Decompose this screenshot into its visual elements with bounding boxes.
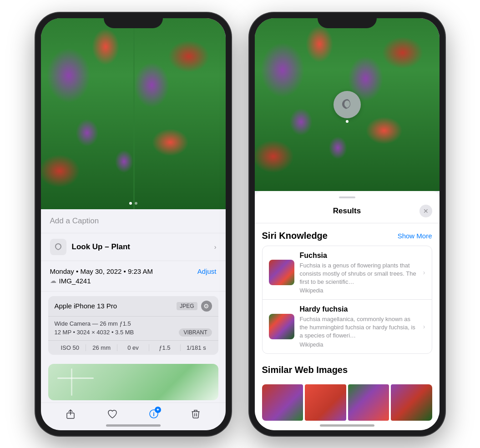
- hardy-content: Hardy fuchsia Fuchsia magellanica, commo…: [300, 305, 418, 348]
- exposure-row: ISO 50 26 mm 0 ev ƒ1.5 1/181 s: [48, 341, 218, 355]
- map-preview[interactable]: [48, 364, 218, 400]
- caption-area[interactable]: Add a Caption: [41, 209, 226, 233]
- share-icon: [65, 408, 76, 419]
- fuchsia-source: Wikipedia: [300, 287, 418, 294]
- hardy-name: Hardy fuchsia: [300, 305, 418, 313]
- close-button[interactable]: ✕: [419, 205, 432, 217]
- dot-1: [129, 202, 132, 205]
- lookup-prefix: Look Up –: [72, 242, 109, 251]
- info-badge: ✦: [155, 407, 161, 413]
- adjust-button[interactable]: Adjust: [197, 267, 217, 275]
- meta-section: Monday • May 30, 2022 • 9:23 AM Adjust ☁…: [41, 261, 226, 292]
- right-home-indicator: [320, 424, 374, 427]
- camera-specs: Wide Camera — 26 mm ƒ1.5 12 MP • 3024 × …: [48, 317, 218, 341]
- results-sheet: Results ✕ Siri Knowledge Show More Fuchs…: [255, 191, 440, 430]
- similar-web-title: Similar Web Images: [262, 365, 348, 375]
- right-screen: Results ✕ Siri Knowledge Show More Fuchs…: [255, 18, 440, 430]
- sheet-handle[interactable]: [339, 196, 355, 198]
- results-title: Results: [275, 206, 419, 216]
- left-screen: Add a Caption Look Up – Plant › Monday •…: [41, 18, 226, 430]
- meta-date-row: Monday • May 30, 2022 • 9:23 AM Adjust: [50, 267, 217, 275]
- flower-stem: [133, 18, 135, 209]
- device-section: Apple iPhone 13 Pro JPEG ⚙ Wide Camera —…: [48, 296, 218, 355]
- siri-dot: [346, 120, 349, 123]
- heart-button[interactable]: [107, 408, 118, 419]
- web-img-1[interactable]: [262, 384, 303, 421]
- map-road-v: [71, 368, 72, 396]
- hardy-chevron-icon: ›: [423, 323, 425, 330]
- settings-icon[interactable]: ⚙: [201, 301, 212, 312]
- siri-visual-search-button[interactable]: [333, 91, 361, 118]
- hardy-thumb: [269, 314, 294, 339]
- left-phone: Add a Caption Look Up – Plant › Monday •…: [35, 13, 231, 436]
- heart-icon: [107, 408, 118, 419]
- similar-web-header: Similar Web Images: [262, 357, 432, 380]
- aperture-value: ƒ1.5: [149, 344, 181, 351]
- camera-type: Wide Camera — 26 mm ƒ1.5: [55, 320, 212, 327]
- share-button[interactable]: [65, 408, 76, 419]
- siri-knowledge-header: Siri Knowledge Show More: [255, 223, 440, 246]
- photo-area[interactable]: [41, 18, 226, 209]
- lookup-row[interactable]: Look Up – Plant ›: [41, 233, 226, 261]
- device-row: Apple iPhone 13 Pro JPEG ⚙: [48, 296, 218, 317]
- lookup-label: Look Up – Plant: [72, 242, 130, 252]
- right-photo-area: [255, 18, 440, 191]
- map-road-h: [57, 378, 94, 379]
- meta-filename: IMG_4241: [59, 277, 91, 285]
- web-images-grid: [262, 384, 432, 421]
- right-phone: Results ✕ Siri Knowledge Show More Fuchs…: [249, 13, 445, 436]
- web-img-4[interactable]: [391, 384, 432, 421]
- siri-knowledge-title: Siri Knowledge: [262, 231, 328, 241]
- ev-value: 0 ev: [117, 344, 149, 351]
- leaf-icon: [54, 242, 63, 252]
- lookup-subject: Plant: [109, 242, 130, 251]
- specs-text: 12 MP • 3024 × 4032 • 3.5 MB: [55, 329, 134, 336]
- hardy-source: Wikipedia: [300, 342, 418, 348]
- device-badges: JPEG ⚙: [177, 301, 212, 312]
- knowledge-item-hardy[interactable]: Hardy fuchsia Fuchsia magellanica, commo…: [263, 300, 432, 353]
- show-more-button[interactable]: Show More: [398, 232, 432, 240]
- knowledge-card: Fuchsia Fuchsia is a genus of flowering …: [262, 246, 432, 354]
- meta-filename-row: ☁ IMG_4241: [50, 277, 217, 285]
- fuchsia-name: Fuchsia: [300, 252, 418, 260]
- web-img-3[interactable]: [348, 384, 389, 421]
- specs-line2: 12 MP • 3024 × 4032 • 3.5 MB VIBRANT: [55, 328, 212, 337]
- meta-date: Monday • May 30, 2022 • 9:23 AM: [50, 267, 153, 275]
- leaf-siri-icon: [340, 97, 354, 112]
- notch: [104, 13, 163, 28]
- hardy-desc: Fuchsia magellanica, commonly known as t…: [300, 315, 418, 340]
- shutter-value: 1/181 s: [181, 344, 212, 351]
- web-img-2[interactable]: [305, 384, 346, 421]
- photo-dots: [129, 202, 137, 205]
- knowledge-item-fuchsia[interactable]: Fuchsia Fuchsia is a genus of flowering …: [263, 246, 432, 300]
- vibrant-badge: VIBRANT: [179, 328, 212, 337]
- lookup-chevron-icon: ›: [214, 243, 217, 251]
- right-notch: [318, 13, 377, 28]
- iso-value: ISO 50: [55, 344, 86, 351]
- web-images-section: Similar Web Images: [255, 357, 440, 421]
- caption-placeholder[interactable]: Add a Caption: [50, 216, 217, 226]
- fuchsia-desc: Fuchsia is a genus of flowering plants t…: [300, 262, 418, 287]
- format-badge: JPEG: [177, 302, 197, 310]
- trash-button[interactable]: [190, 408, 201, 419]
- device-name: Apple iPhone 13 Pro: [55, 302, 117, 310]
- trash-icon: [190, 408, 201, 419]
- fuchsia-thumb: [269, 260, 294, 285]
- dot-2: [135, 202, 137, 205]
- fuchsia-chevron-icon: ›: [423, 269, 425, 276]
- info-button[interactable]: i ✦: [148, 408, 159, 419]
- fuchsia-content: Fuchsia Fuchsia is a genus of flowering …: [300, 252, 418, 294]
- focal-value: 26 mm: [86, 344, 117, 351]
- results-header: Results ✕: [255, 205, 440, 223]
- cloud-icon: ☁: [50, 277, 56, 284]
- home-indicator: [106, 424, 161, 427]
- lookup-icon: [50, 239, 66, 255]
- svg-text:i: i: [153, 411, 155, 418]
